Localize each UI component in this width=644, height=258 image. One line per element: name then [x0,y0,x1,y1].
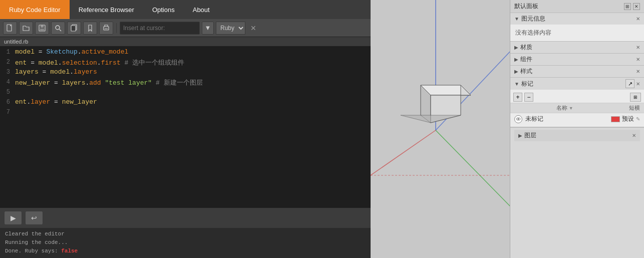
tag-preset-label: 预设 [622,115,634,123]
status-line-3-prefix: Done. Ruby says: [5,248,61,254]
tag-row-unlabeled: 未标记 预设 ✎ [510,113,644,125]
svg-line-5 [60,29,62,31]
run-button[interactable]: ▶ [4,211,22,225]
svg-point-4 [56,26,60,30]
svg-rect-9 [105,29,108,29]
menu-ruby-code-editor[interactable]: Ruby Code Editor [0,0,70,19]
right-panel-title: 默认面板 [514,2,538,11]
status-bar: Cleared the editor Running the code... D… [0,228,371,258]
code-line-2: 2 ent = model.selection.first # 选中一个组或组件 [0,58,371,68]
styles-arrow: ▶ [514,69,518,74]
bookmark-button[interactable] [83,22,97,35]
language-select[interactable]: Ruby [216,22,245,35]
3d-box [401,80,481,130]
layers-header[interactable]: ▶ 图层 ✕ [514,130,640,141]
right-panel-header: 默认面板 ⊞ ✕ [510,0,644,13]
tags-content: + − ⊞ 名称 ▼ 短横 未标记 [510,90,644,127]
insert-dropdown-button[interactable]: ▼ [202,22,214,35]
tags-export-button[interactable]: ↗ [625,79,634,88]
styles-section: ▶ 样式 ✕ [510,66,644,78]
styles-close[interactable]: ✕ [636,69,640,74]
status-line-3-value: false [61,248,78,254]
tag-remove-button[interactable]: − [524,93,533,102]
tag-add-button[interactable]: + [513,93,522,102]
svg-rect-2 [41,25,44,28]
toolbar-close-button[interactable]: ✕ [247,22,259,35]
file-tab: untitled.rb [0,37,371,46]
svg-line-13 [371,130,436,175]
menu-reference-browser[interactable]: Reference Browser [70,0,143,19]
layers-title: 图层 [524,131,536,140]
code-line-1: 1 model = Sketchup.active_model [0,48,371,58]
code-line-5: 5 [0,88,371,98]
status-line-3: Done. Ruby says: false [5,247,366,255]
svg-line-11 [436,130,510,258]
toolbar-separator [116,23,117,33]
materials-close[interactable]: ✕ [636,45,640,50]
left-panel: Ruby Code Editor Reference Browser Optio… [0,0,371,258]
materials-arrow: ▶ [514,45,518,50]
tag-details-button[interactable]: ⊞ [630,93,641,102]
layers-close[interactable]: ✕ [632,133,636,138]
entity-info-section: ▼ 图元信息 ✕ 没有选择内容 [510,13,644,42]
components-arrow: ▶ [514,57,518,62]
code-editor[interactable]: 1 model = Sketchup.active_model 2 ent = … [0,46,371,208]
save-file-button[interactable] [35,22,49,35]
menu-about[interactable]: About [184,0,219,19]
right-panel-header-buttons: ⊞ ✕ [624,3,640,10]
tag-name-unlabeled: 未标记 [525,115,611,123]
right-panel: 默认面板 ⊞ ✕ ▼ 图元信息 ✕ 没有选择内容 ▶ 材质 ✕ [510,0,644,258]
entity-info-close[interactable]: ✕ [636,16,640,22]
entity-info-header[interactable]: ▼ 图元信息 ✕ [510,13,644,25]
undo-button[interactable]: ↩ [25,211,43,225]
code-line-4: 4 new_layer = layers.add "test layer" # … [0,78,371,88]
print-button[interactable] [99,22,113,35]
svg-point-20 [518,118,519,119]
components-title: 组件 [520,55,532,64]
tags-header[interactable]: ▼ 标记 ↗ ✕ [510,78,644,90]
new-file-button[interactable] [3,22,17,35]
file-tab-name: untitled.rb [4,39,28,45]
code-line-3: 3 layers = model.layers [0,68,371,78]
status-line-2: Running the code... [5,238,366,247]
tags-arrow: ▼ [514,81,519,87]
svg-rect-7 [71,26,76,31]
components-section: ▶ 组件 ✕ [510,54,644,66]
entity-info-content: 没有选择内容 [510,25,644,41]
tags-section: ▼ 标记 ↗ ✕ + − ⊞ 名称 ▼ 短横 [510,78,644,127]
tag-edit-button[interactable]: ✎ [636,116,640,122]
tags-close[interactable]: ✕ [636,81,640,87]
entity-info-title: 图元信息 [521,15,545,23]
tag-visibility-toggle[interactable] [514,115,522,123]
tags-col-name: 名称 ▼ [556,104,598,112]
open-file-button[interactable] [19,22,33,35]
panel-float-button[interactable]: ⊞ [624,3,631,10]
tags-col-short: 短横 [598,104,640,112]
3d-viewport[interactable] [371,0,510,258]
styles-title: 样式 [520,67,532,76]
toolbar: ▼ Ruby ✕ [0,19,371,37]
tags-title: 标记 [521,80,533,88]
copy-button[interactable] [67,22,81,35]
tag-color-swatch[interactable] [611,116,620,122]
menu-options[interactable]: Options [143,0,184,19]
code-line-6: 6 ent.layer = new_layer [0,98,371,108]
layers-arrow: ▶ [518,133,522,138]
styles-header[interactable]: ▶ 样式 ✕ [510,66,644,77]
components-header[interactable]: ▶ 组件 ✕ [510,54,644,65]
materials-title: 材质 [520,43,532,52]
bottom-right-area: ▶ 图层 ✕ [510,127,644,258]
run-bar: ▶ ↩ [0,208,371,228]
no-selection-text: 没有选择内容 [515,29,551,36]
search-button[interactable] [51,22,65,35]
insert-cursor-input[interactable] [120,22,200,35]
status-line-1: Cleared the editor [5,230,366,238]
tags-toolbar: + − ⊞ [510,92,644,103]
materials-section: ▶ 材质 ✕ [510,42,644,54]
components-close[interactable]: ✕ [636,57,640,62]
materials-header[interactable]: ▶ 材质 ✕ [510,42,644,53]
menu-bar: Ruby Code Editor Reference Browser Optio… [0,0,371,19]
panel-close-button[interactable]: ✕ [633,3,640,10]
code-line-7: 7 [0,108,371,118]
entity-info-arrow: ▼ [514,16,519,22]
